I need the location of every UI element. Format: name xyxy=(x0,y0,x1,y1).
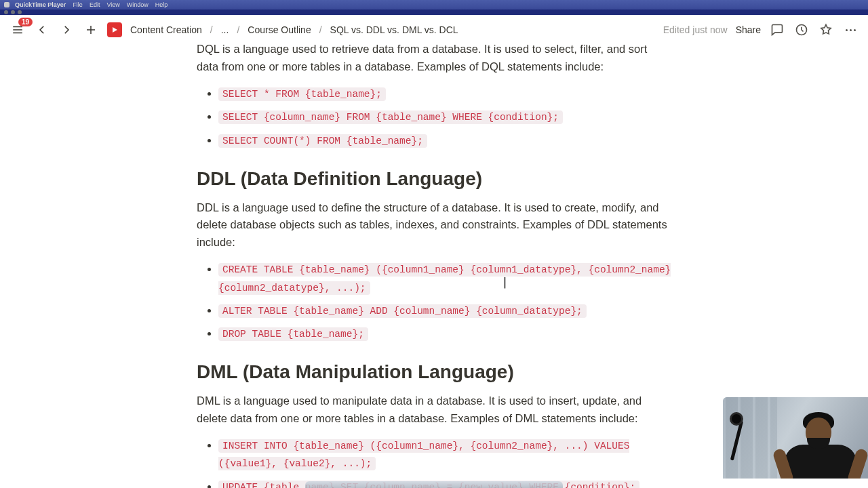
notion-topbar: 19 Content Creation / ... / Course Outli… xyxy=(0,15,868,45)
code-ddl-1[interactable]: CREATE TABLE {table_name} ({column1_name… xyxy=(218,263,671,294)
list-item[interactable]: DROP TABLE {table_name}; xyxy=(218,325,671,342)
nav-back-button[interactable] xyxy=(34,22,50,38)
menu-edit[interactable]: Edit xyxy=(90,1,100,8)
crumb-sep: / xyxy=(210,24,213,35)
text-caret: ▏ xyxy=(505,277,512,288)
menu-file[interactable]: File xyxy=(73,1,83,8)
dml-heading[interactable]: DML (Data Manipulation Language) xyxy=(197,361,671,383)
ddl-heading[interactable]: DDL (Data Definition Language) xyxy=(197,168,671,190)
nav-forward-button[interactable] xyxy=(58,22,75,38)
dml-list: INSERT INTO {table_name} ({column1_name}… xyxy=(197,436,671,488)
traffic-lights[interactable] xyxy=(4,10,22,14)
macos-dock[interactable] xyxy=(305,481,563,488)
more-icon[interactable] xyxy=(842,22,859,38)
edited-timestamp: Edited just now xyxy=(663,24,728,35)
macos-menubar: QuickTime Player File Edit View Window H… xyxy=(0,0,868,9)
document-content[interactable]: DQL is a language used to retrieve data … xyxy=(170,45,698,488)
crumb-page-title[interactable]: SQL vs. DDL vs. DML vs. DCL xyxy=(330,24,458,35)
crumb-ellipsis[interactable]: ... xyxy=(221,24,229,35)
ddl-paragraph[interactable]: DDL is a language used to define the str… xyxy=(197,199,671,251)
code-dql-3[interactable]: SELECT COUNT(*) FROM {table_name}; xyxy=(218,134,427,148)
list-item[interactable]: SELECT * FROM {table_name}; xyxy=(218,85,671,102)
list-item[interactable]: SELECT {column_name} FROM {table_name} W… xyxy=(218,108,671,125)
list-item[interactable]: CREATE TABLE {table_name} ({column1_name… xyxy=(218,260,671,296)
dql-list: SELECT * FROM {table_name}; SELECT {colu… xyxy=(197,85,671,149)
code-dql-2[interactable]: SELECT {column_name} FROM {table_name} W… xyxy=(218,110,563,124)
page-icon-youtube[interactable] xyxy=(107,22,122,37)
dml-paragraph[interactable]: DML is a language used to manipulate dat… xyxy=(197,392,671,427)
code-ddl-2[interactable]: ALTER TABLE {table_name} ADD {column_nam… xyxy=(218,304,587,318)
dql-intro-paragraph[interactable]: DQL is a language used to retrieve data … xyxy=(197,45,671,75)
updates-icon[interactable] xyxy=(793,22,810,38)
sidebar-toggle-button[interactable]: 19 xyxy=(9,22,26,38)
webcam-overlay xyxy=(723,397,868,479)
code-dql-1[interactable]: SELECT * FROM {table_name}; xyxy=(218,87,386,101)
presenter-figure xyxy=(780,408,861,479)
menu-help[interactable]: Help xyxy=(155,1,168,8)
crumb-sep: / xyxy=(237,24,239,35)
list-item[interactable]: SELECT COUNT(*) FROM {table_name}; xyxy=(218,131,671,149)
menu-window[interactable]: Window xyxy=(127,1,149,8)
list-item[interactable]: ALTER TABLE {table_name} ADD {column_nam… xyxy=(218,302,671,319)
crumb-course-outline[interactable]: Course Outline xyxy=(248,24,311,35)
ddl-list: CREATE TABLE {table_name} ({column1_name… xyxy=(197,260,671,342)
notification-badge: 19 xyxy=(18,18,33,26)
menu-view[interactable]: View xyxy=(106,1,119,8)
comments-icon[interactable] xyxy=(769,22,785,38)
microphone-head-icon xyxy=(730,412,743,426)
apple-icon[interactable] xyxy=(4,2,9,7)
menubar-app-name[interactable]: QuickTime Player xyxy=(15,1,66,8)
new-tab-button[interactable] xyxy=(83,22,99,38)
window-titlebar xyxy=(0,9,868,15)
code-ddl-3[interactable]: DROP TABLE {table_name}; xyxy=(218,327,368,341)
crumb-sep: / xyxy=(319,24,322,35)
list-item[interactable]: INSERT INTO {table_name} ({column1_name}… xyxy=(218,436,671,472)
crumb-content-creation[interactable]: Content Creation xyxy=(130,24,202,35)
code-dml-1[interactable]: INSERT INTO {table_name} ({column1_name}… xyxy=(218,439,629,470)
share-button[interactable]: Share xyxy=(736,24,761,35)
favorite-icon[interactable] xyxy=(818,22,834,38)
